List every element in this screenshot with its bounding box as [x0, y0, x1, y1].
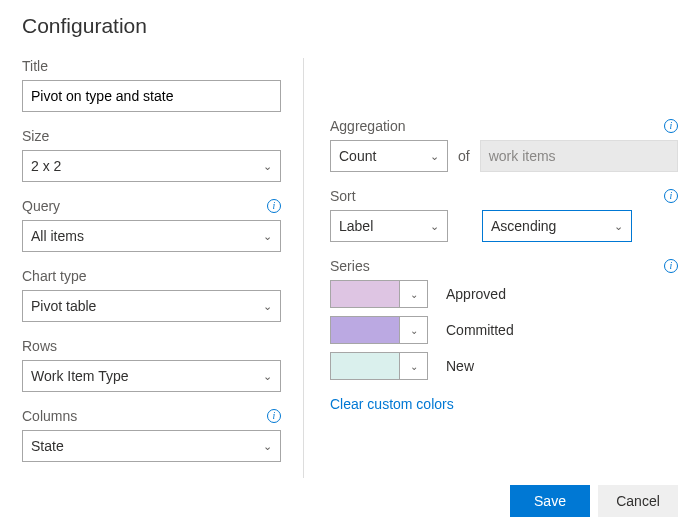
size-label: Size	[22, 128, 49, 144]
size-select[interactable]: 2 x 2 ⌄	[22, 150, 281, 182]
series-row: ⌄New	[330, 352, 678, 380]
info-icon[interactable]: i	[267, 409, 281, 423]
right-column: Aggregation i Count ⌄ of work items Sort…	[304, 58, 678, 478]
chevron-down-icon: ⌄	[263, 440, 272, 453]
chevron-down-icon: ⌄	[263, 230, 272, 243]
of-text: of	[458, 148, 470, 164]
info-icon[interactable]: i	[267, 199, 281, 213]
sort-direction-select[interactable]: Ascending ⌄	[482, 210, 632, 242]
series-name: Approved	[446, 286, 506, 302]
sort-field-value: Label	[339, 218, 373, 234]
aggregation-target: work items	[480, 140, 678, 172]
query-select[interactable]: All items ⌄	[22, 220, 281, 252]
chart-type-value: Pivot table	[31, 298, 96, 314]
size-value: 2 x 2	[31, 158, 61, 174]
query-value: All items	[31, 228, 84, 244]
page-title: Configuration	[22, 14, 678, 38]
sort-label: Sort	[330, 188, 356, 204]
footer: Save Cancel	[510, 485, 678, 517]
chart-type-select[interactable]: Pivot table ⌄	[22, 290, 281, 322]
series-color-select[interactable]: ⌄	[330, 316, 428, 344]
rows-label: Rows	[22, 338, 57, 354]
clear-colors-link[interactable]: Clear custom colors	[330, 396, 454, 412]
info-icon[interactable]: i	[664, 119, 678, 133]
series-row: ⌄Committed	[330, 316, 678, 344]
series-name: New	[446, 358, 474, 374]
aggregation-label: Aggregation	[330, 118, 406, 134]
save-button[interactable]: Save	[510, 485, 590, 517]
color-swatch	[331, 317, 399, 343]
chevron-down-icon: ⌄	[430, 150, 439, 163]
columns-value: State	[31, 438, 64, 454]
chevron-down-icon: ⌄	[263, 300, 272, 313]
query-label: Query	[22, 198, 60, 214]
color-swatch	[331, 353, 399, 379]
chevron-down-icon: ⌄	[263, 370, 272, 383]
chevron-down-icon: ⌄	[399, 353, 427, 379]
chevron-down-icon: ⌄	[614, 220, 623, 233]
columns-select[interactable]: State ⌄	[22, 430, 281, 462]
aggregation-value: Count	[339, 148, 376, 164]
info-icon[interactable]: i	[664, 189, 678, 203]
chart-type-label: Chart type	[22, 268, 87, 284]
left-column: Title Size 2 x 2 ⌄ Query i All items ⌄	[22, 58, 304, 478]
chevron-down-icon: ⌄	[399, 281, 427, 307]
sort-direction-value: Ascending	[491, 218, 556, 234]
color-swatch	[331, 281, 399, 307]
sort-field-select[interactable]: Label ⌄	[330, 210, 448, 242]
columns-label: Columns	[22, 408, 77, 424]
title-input[interactable]	[22, 80, 281, 112]
title-label: Title	[22, 58, 48, 74]
chevron-down-icon: ⌄	[263, 160, 272, 173]
chevron-down-icon: ⌄	[430, 220, 439, 233]
series-color-select[interactable]: ⌄	[330, 280, 428, 308]
series-color-select[interactable]: ⌄	[330, 352, 428, 380]
chevron-down-icon: ⌄	[399, 317, 427, 343]
series-name: Committed	[446, 322, 514, 338]
rows-select[interactable]: Work Item Type ⌄	[22, 360, 281, 392]
series-label: Series	[330, 258, 370, 274]
cancel-button[interactable]: Cancel	[598, 485, 678, 517]
aggregation-select[interactable]: Count ⌄	[330, 140, 448, 172]
rows-value: Work Item Type	[31, 368, 129, 384]
info-icon[interactable]: i	[664, 259, 678, 273]
series-row: ⌄Approved	[330, 280, 678, 308]
